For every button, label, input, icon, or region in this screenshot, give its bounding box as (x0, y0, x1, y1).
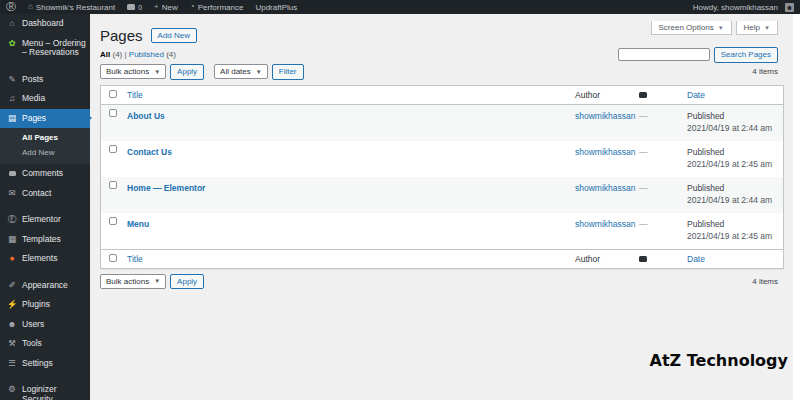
page-title-link[interactable]: Home — Elementor (127, 183, 205, 193)
sidebar-item-posts[interactable]: ✎ Posts (0, 70, 90, 90)
views-separator: | (124, 50, 126, 59)
site-name-menu[interactable]: ⌂ Showmik's Restaurant (22, 0, 121, 14)
author-link[interactable]: showmikhassan (575, 111, 635, 121)
updraftplus-menu[interactable]: UpdraftPlus (249, 0, 303, 14)
row-checkbox[interactable] (109, 181, 117, 189)
admin-bar-comments[interactable]: 0 (121, 0, 148, 14)
admin-bar: Ⓡ ⌂ Showmik's Restaurant 0 + New ◔ Perfo… (0, 0, 800, 14)
screen-options-button[interactable]: Screen Options ▼ (651, 21, 732, 35)
sidebar-subitem-all-pages[interactable]: All Pages (0, 130, 90, 145)
tablenav-bottom: Bulk actions ▼ Apply 4 items (100, 274, 784, 290)
sidebar-item-label: Tools (22, 339, 42, 349)
row-checkbox[interactable] (109, 109, 117, 117)
sidebar-item-label: Posts (22, 75, 43, 85)
comments-column-icon (639, 256, 647, 262)
home-icon: ⌂ (28, 3, 33, 11)
posts-icon: ✎ (7, 75, 17, 85)
search-input[interactable] (618, 48, 710, 61)
author-column-label: Author (575, 90, 600, 100)
sidebar-item-plugins[interactable]: ⚡ Plugins (0, 295, 90, 315)
sidebar-item-loginizer-security[interactable]: ⚙ Loginizer Security (0, 380, 90, 400)
help-button[interactable]: Help ▼ (736, 21, 778, 35)
apply-button[interactable]: Apply (170, 64, 204, 80)
table-row: Home — Elementor showmikhassan — Publish… (101, 177, 783, 213)
page-title-link[interactable]: About Us (127, 111, 165, 121)
templates-icon: ▦ (7, 235, 17, 245)
bulk-actions-select[interactable]: Bulk actions ▼ (100, 274, 166, 289)
author-link[interactable]: showmikhassan (575, 183, 635, 193)
sidebar-item-elements[interactable]: ● Elements (0, 249, 90, 269)
apply-button[interactable]: Apply (170, 274, 204, 290)
all-dates-select[interactable]: All dates ▼ (214, 64, 268, 79)
chevron-down-icon: ▼ (154, 278, 160, 284)
sidebar-item-label: Users (22, 320, 44, 330)
sidebar-item-label: Menu – Ordering – Reservations (22, 39, 86, 58)
row-checkbox[interactable] (109, 217, 117, 225)
sort-by-date-link[interactable]: Date (687, 254, 705, 264)
site-name-label: Showmik's Restaurant (36, 3, 115, 12)
publish-date: 2021/04/19 at 2:44 am (687, 195, 779, 205)
sidebar-item-media[interactable]: ♫ Media (0, 89, 90, 109)
page-title-link[interactable]: Menu (127, 219, 149, 229)
table-header-row: Title Author Date (101, 86, 783, 105)
sidebar-item-elementor[interactable]: Ⓔ Elementor (0, 210, 90, 230)
page-title-link[interactable]: Contact Us (127, 147, 172, 157)
sort-by-date-link[interactable]: Date (687, 90, 705, 100)
add-new-button[interactable]: Add New (151, 28, 197, 44)
sidebar-item-label: Elements (22, 254, 57, 264)
sidebar-item-tools[interactable]: ⚒ Tools (0, 334, 90, 354)
sidebar-item-pages[interactable]: ▤ Pages (0, 109, 90, 129)
sidebar-item-label: Loginizer Security (22, 385, 86, 400)
author-link[interactable]: showmikhassan (575, 147, 635, 157)
comments-bubble-icon (127, 4, 135, 10)
view-published-link[interactable]: Published (4) (129, 50, 176, 59)
sidebar-item-comments[interactable]: Comments (0, 164, 90, 184)
sidebar-item-menu-ordering-reservations[interactable]: ✿ Menu – Ordering – Reservations (0, 34, 90, 63)
table-row: Contact Us showmikhassan — Published 202… (101, 141, 783, 177)
view-all-link[interactable]: All (4) (100, 50, 122, 59)
new-label: New (162, 3, 178, 12)
author-link[interactable]: showmikhassan (575, 219, 635, 229)
performance-gauge-icon: ◔ (190, 3, 195, 11)
select-all-checkbox[interactable] (109, 254, 117, 262)
sidebar-item-users[interactable]: ☻ Users (0, 315, 90, 335)
appearance-icon: ✐ (7, 281, 17, 291)
publish-date: 2021/04/19 at 2:44 am (687, 123, 779, 133)
sidebar-item-label: Comments (22, 169, 63, 179)
sidebar-item-settings[interactable]: ☰ Settings (0, 354, 90, 374)
sidebar-item-templates[interactable]: ▦ Templates (0, 230, 90, 250)
comments-column-icon (639, 92, 647, 98)
search-pages-button[interactable]: Search Pages (714, 47, 778, 63)
elements-icon: ● (7, 254, 17, 264)
items-count: 4 items (752, 277, 778, 286)
row-checkbox[interactable] (109, 145, 117, 153)
menu-ordering-plugin-icon: ✿ (7, 39, 17, 49)
howdy-label: Howdy, showmikhassan (693, 3, 778, 12)
bulk-actions-label: Bulk actions (106, 277, 149, 286)
dashboard-icon: ⌂ (7, 19, 17, 29)
no-comments-dash: — (639, 147, 648, 157)
sidebar-item-dashboard[interactable]: ⌂ Dashboard (0, 14, 90, 34)
publish-date: 2021/04/19 at 2:45 am (687, 159, 779, 169)
publish-status: Published (687, 183, 779, 193)
sidebar-item-label: Settings (22, 359, 53, 369)
sidebar-subitem-add-new[interactable]: Add New (0, 145, 90, 160)
sidebar-item-label: Media (22, 94, 45, 104)
my-account-menu[interactable]: Howdy, showmikhassan ☻ (687, 0, 800, 14)
new-content-menu[interactable]: + New (148, 0, 184, 14)
atz-technology-watermark: AtZ Technology (650, 351, 788, 370)
sidebar-item-appearance[interactable]: ✐ Appearance (0, 276, 90, 296)
pages-table: Title Author Date About Us showmikhassan… (100, 85, 784, 269)
sidebar-item-contact[interactable]: ✉ Contact (0, 184, 90, 204)
scrollbar-track[interactable] (793, 14, 800, 400)
wordpress-logo-menu[interactable]: Ⓡ (0, 0, 22, 14)
publish-status: Published (687, 111, 779, 121)
table-footer-row: Title Author Date (101, 249, 783, 268)
bulk-actions-select[interactable]: Bulk actions ▼ (100, 64, 166, 79)
sort-by-title-link[interactable]: Title (127, 254, 143, 264)
elementor-icon: Ⓔ (7, 215, 17, 225)
sort-by-title-link[interactable]: Title (127, 90, 143, 100)
filter-button[interactable]: Filter (272, 64, 304, 80)
performance-menu[interactable]: ◔ Performance (184, 0, 250, 14)
select-all-checkbox[interactable] (109, 90, 117, 98)
